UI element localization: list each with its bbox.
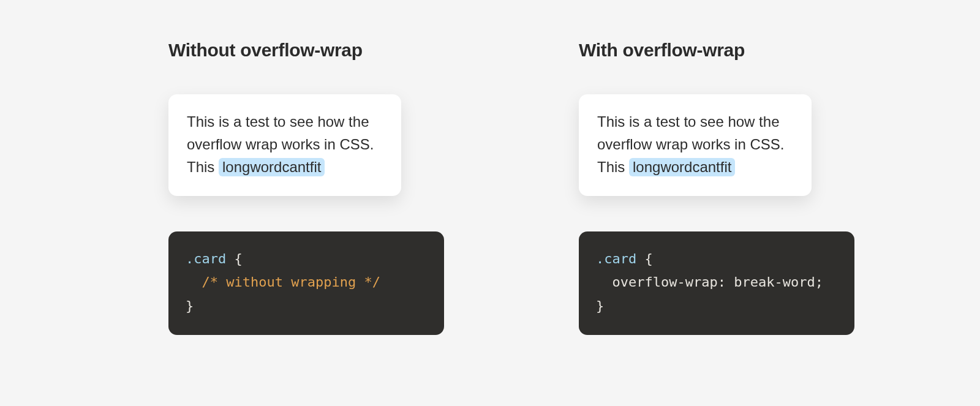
code-value: break-word [734,274,815,290]
code-comment: /* without wrapping */ [202,274,380,290]
code-indent [596,274,612,290]
heading-without: Without overflow-wrap [168,40,444,61]
column-with-wrap: With overflow-wrap This is a test to see… [579,40,854,335]
column-without-wrap: Without overflow-wrap This is a test to … [168,40,444,335]
code-semicolon: ; [815,274,823,290]
code-indent [186,274,202,290]
code-selector: .card [186,251,226,266]
example-card-without: This is a test to see how the overflow w… [168,94,401,196]
heading-with: With overflow-wrap [579,40,854,61]
example-card-with: This is a test to see how the overflow w… [579,94,812,196]
code-open-brace: { [636,251,653,266]
code-block-without: .card { /* without wrapping */ } [168,231,444,336]
code-block-with: .card { overflow-wrap: break-word; } [579,231,854,336]
code-selector: .card [596,251,636,266]
code-open-brace: { [226,251,243,266]
highlighted-long-word: longwordcantfit [219,158,325,176]
highlighted-long-word: longwordcantfit [629,158,735,176]
comparison-stage: Without overflow-wrap This is a test to … [0,0,980,335]
code-property: overflow-wrap [612,274,718,290]
code-close-brace: } [596,298,604,314]
code-colon: : [718,274,734,290]
code-close-brace: } [186,298,194,314]
